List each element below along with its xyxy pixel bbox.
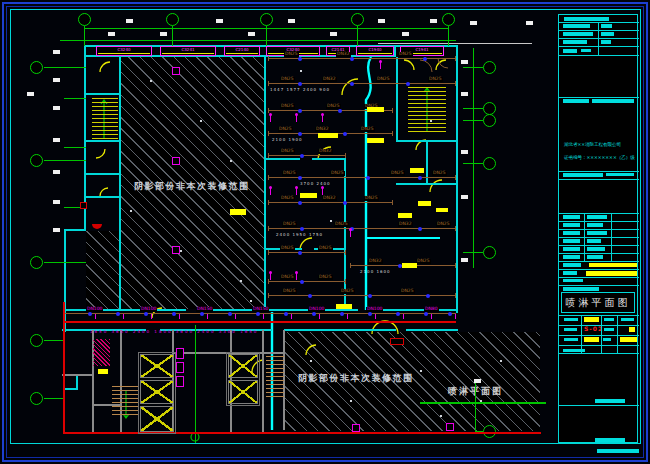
sprinkler-riser — [270, 115, 271, 122]
window-sill — [358, 53, 392, 54]
dimension-tick — [461, 195, 468, 199]
stair-treads — [92, 98, 118, 140]
title-block-text-bar — [595, 438, 625, 442]
wall-segment-gray — [262, 330, 264, 433]
revision-highlight — [436, 208, 448, 212]
pipe-size-label: DN25 — [280, 246, 295, 251]
dimension-text: 2100 1900 — [272, 138, 303, 142]
title-block-divider — [559, 221, 639, 222]
sprinkler-riser-dot — [269, 113, 272, 116]
pipe-size-label: DN32 — [322, 196, 337, 201]
title-block-divider — [559, 30, 639, 31]
pipe-size-label: DN32 — [398, 222, 413, 227]
sprinkler-riser-dot — [321, 113, 324, 116]
sprinkler-fitting-dot — [396, 312, 400, 316]
pipe-size-label: DN25 — [280, 104, 295, 109]
sprinkler-fitting-dot — [424, 312, 428, 316]
dimension-tick — [248, 32, 255, 36]
sprinkler-drop — [235, 314, 236, 319]
highlighted-field — [586, 271, 637, 276]
sprinkler-branch-pipe — [268, 252, 345, 253]
plan-canvas[interactable]: 阴影部份非本次装修范围 阴影部份非本次装修范围 喷淋平面图 — [0, 0, 650, 464]
cad-speckle — [300, 70, 302, 72]
dimension-tick — [402, 32, 409, 36]
pipe-end-tick — [268, 226, 269, 231]
grid-line — [357, 26, 358, 46]
dimension-text: 1650 3600 2400 1800 3600 2400 3300 1650 — [90, 330, 258, 334]
grid-bubble — [30, 154, 43, 167]
pipe-size-label: DN25 — [318, 246, 333, 251]
title-block-divider — [559, 179, 639, 180]
grid-bubble — [483, 61, 496, 74]
cad-viewport[interactable]: { "drawing": { "shaded_note": "阴影部份非本次装修… — [0, 0, 650, 464]
highlighted-field — [629, 327, 635, 332]
drawing-name: 喷淋平面图 — [562, 298, 634, 308]
revision-highlight — [98, 369, 108, 374]
sprinkler-fitting-dot — [300, 154, 304, 158]
pipe-size-label: DN25 — [284, 52, 299, 57]
title-block-divider — [601, 315, 602, 353]
sprinkler-fitting-dot — [172, 312, 176, 316]
cad-speckle — [200, 120, 202, 122]
grid-bubble — [30, 334, 43, 347]
sprinkler-fitting-dot — [366, 176, 370, 180]
window-C3241: C3241 — [160, 46, 216, 56]
hatched-region-upper-ext — [86, 231, 121, 309]
label-underline — [420, 402, 546, 404]
pipe-size-label: DN25 — [400, 289, 415, 294]
column-marker — [172, 157, 180, 165]
grid-bubble — [78, 13, 91, 26]
pipe-end-tick — [268, 293, 269, 298]
wall-segment — [394, 45, 396, 57]
pipe-end-tick — [268, 175, 269, 180]
title-block-text-bar — [564, 338, 578, 341]
sprinkler-fitting-dot — [368, 294, 372, 298]
sprinkler-fitting-dot — [423, 57, 427, 61]
dimension-tick — [330, 32, 337, 36]
pipe-size-label: DN25 — [376, 77, 391, 82]
pipe-size-label: DN32 — [368, 259, 383, 264]
window-label: C3241 — [161, 48, 215, 52]
dimension-text: 1447 1577 2400 900 — [270, 88, 330, 92]
title-block-divider — [559, 253, 639, 254]
window-C3240: C3240 — [96, 46, 152, 56]
dimension-tick — [288, 19, 295, 23]
title-block: 喷淋平面图 湖北省××消防工程有限公司 证书编号：××××××××（乙）级 S-… — [558, 14, 638, 443]
title-block-divider — [559, 285, 639, 286]
title-block-text-bar — [606, 173, 634, 176]
sprinkler-branch-pipe — [268, 228, 455, 229]
sprinkler-riser — [380, 62, 381, 69]
sprinkler-fitting-dot — [426, 294, 430, 298]
sprinkler-fitting-dot — [88, 312, 92, 316]
wall-segment — [76, 374, 78, 390]
pipe-end-tick — [345, 153, 346, 158]
wall-segment — [396, 57, 398, 141]
cad-speckle — [130, 210, 132, 212]
wall-segment — [84, 93, 120, 95]
title-block-divider — [559, 245, 639, 246]
title-block-text-bar — [563, 247, 580, 251]
dimension-tick — [461, 258, 468, 262]
pipe-size-label: DN25 — [280, 275, 295, 280]
sprinkler-fitting-dot — [298, 57, 302, 61]
pipe-size-label: DN150 — [196, 307, 213, 312]
revision-highlight — [398, 213, 412, 218]
window-label: C2140 — [225, 48, 259, 52]
pipe-end-tick — [455, 81, 456, 86]
dimension-tick — [53, 138, 60, 142]
dimension-tick — [461, 60, 468, 64]
grid-line — [84, 26, 85, 46]
cad-speckle — [150, 80, 152, 82]
pipe-size-label: DN100 — [308, 307, 325, 312]
wall-segment — [84, 196, 120, 198]
grid-bubble — [351, 13, 364, 26]
sprinkler-drop — [123, 314, 124, 319]
title-block-text-bar — [563, 173, 603, 177]
cad-speckle — [440, 415, 442, 417]
grid-bubble — [260, 13, 273, 26]
sprinkler-fitting-dot — [116, 312, 120, 316]
dimension-tick — [126, 19, 133, 23]
title-block-divider — [559, 229, 639, 230]
pipe-size-label: DN25 — [280, 77, 295, 82]
sprinkler-fitting-dot — [298, 201, 302, 205]
